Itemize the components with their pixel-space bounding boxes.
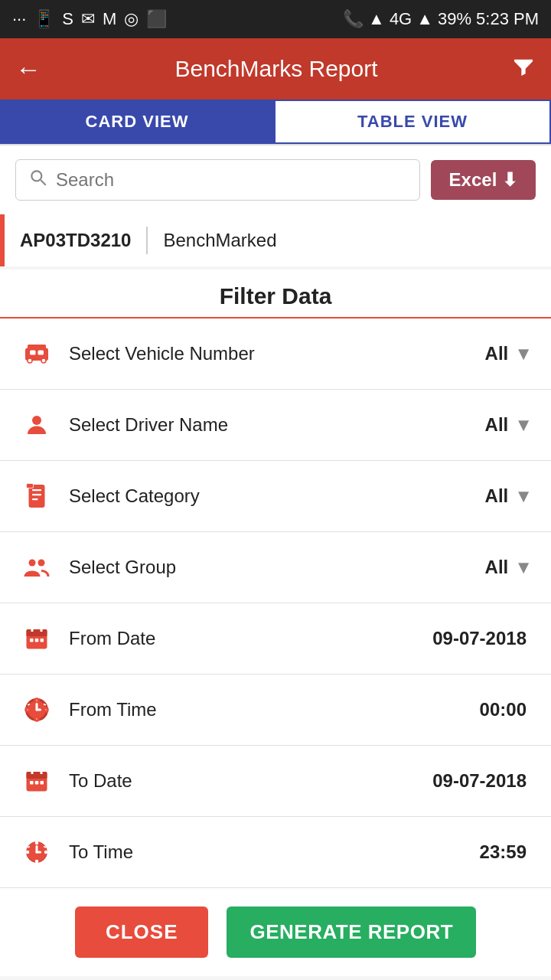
message-icon: ✉ [81,9,95,29]
fromtime-icon [18,691,55,728]
svg-point-28 [44,708,48,712]
vehicle-label: Select Vehicle Number [69,343,485,364]
svg-point-5 [41,358,46,363]
svg-rect-37 [30,781,34,785]
generate-report-button[interactable]: GENERATE REPORT [227,906,476,958]
status-left: ··· 📱 S ✉ M ◎ ⬛ [12,9,167,29]
time-label: 5:23 PM [476,9,539,29]
vehicle-number: AP03TD3210 [20,230,131,251]
signal-icon: ▲ [368,9,385,29]
group-dropdown-icon: ▼ [514,557,533,578]
svg-rect-11 [32,494,41,495]
todate-label: To Date [69,770,432,792]
filter-row-fromdate[interactable]: From Date 09-07-2018 [0,603,551,675]
group-icon [18,549,55,586]
filter-row-todate[interactable]: To Date 09-07-2018 [0,746,551,817]
search-input[interactable] [56,169,407,191]
vehicle-value: All [485,343,509,364]
svg-point-43 [35,860,39,864]
fromtime-label: From Time [69,699,480,720]
category-value: All [485,485,509,507]
chrome-icon: ◎ [124,9,139,29]
todate-icon [18,763,55,799]
vehicle-card: AP03TD3210 BenchMarked [0,214,551,266]
tab-table-view[interactable]: TABLE VIEW [274,100,551,144]
category-icon [18,478,55,514]
svg-rect-39 [41,781,44,785]
category-dropdown-icon: ▼ [514,485,533,507]
svg-rect-17 [27,629,47,636]
fromdate-label: From Date [69,628,432,649]
svg-point-0 [31,171,41,181]
svg-point-14 [29,560,36,567]
back-button[interactable]: ← [15,54,41,84]
phone-icon: 📞 [343,9,364,29]
signal2-icon: ▲ [416,9,433,29]
header-title: BenchMarks Report [41,56,511,82]
battery-label: 39% [438,9,471,29]
svg-rect-20 [30,639,34,642]
vehicle-status: BenchMarked [163,230,276,251]
category-label: Select Category [69,485,485,507]
dots-icon: ··· [12,9,26,29]
svg-rect-21 [35,639,39,642]
filter-panel: Filter Data Select Vehicle Number All ▼ … [0,270,551,888]
vehicle-dropdown-icon: ▼ [514,343,533,364]
svg-rect-38 [35,781,39,785]
filter-icon[interactable] [511,54,536,84]
todate-value: 09-07-2018 [432,770,527,792]
svg-line-1 [41,180,46,185]
app-header: ← BenchMarks Report [0,38,551,100]
svg-point-42 [35,841,39,845]
svg-point-8 [32,416,41,425]
svg-rect-3 [28,345,46,351]
driver-icon [18,407,55,443]
search-icon [28,168,48,192]
filter-row-group[interactable]: Select Group All ▼ [0,532,551,603]
gmail-icon: M [103,9,116,29]
svg-point-26 [35,717,39,721]
totime-label: To Time [69,841,480,863]
svg-rect-13 [27,484,34,488]
svg-point-15 [38,560,45,567]
svg-rect-22 [41,639,44,642]
fromdate-icon [18,620,55,657]
tab-bar: CARD VIEW TABLE VIEW [0,100,551,145]
card-divider [146,227,148,254]
search-area: Excel ⬇ [0,145,551,214]
filter-title: Filter Data [0,270,551,318]
svg-point-45 [44,851,48,854]
svg-rect-12 [32,498,38,500]
svg-rect-10 [32,489,41,491]
search-box [15,159,420,201]
filter-row-driver[interactable]: Select Driver Name All ▼ [0,390,551,461]
svg-point-27 [26,708,30,712]
photo-icon: ⬛ [146,9,167,29]
group-value: All [485,557,509,578]
svg-point-25 [35,699,39,703]
status-bar: ··· 📱 S ✉ M ◎ ⬛ 📞 ▲ 4G ▲ 39% 5:23 PM [0,0,551,38]
filter-row-vehicle[interactable]: Select Vehicle Number All ▼ [0,318,551,390]
svg-rect-34 [27,772,47,779]
totime-value: 23:59 [480,841,527,863]
tab-card-view[interactable]: CARD VIEW [0,100,274,144]
status-right: 📞 ▲ 4G ▲ 39% 5:23 PM [343,9,539,29]
bottom-buttons: CLOSE GENERATE REPORT [0,888,551,976]
network-label: 4G [390,9,412,29]
vehicle-icon [18,335,55,372]
driver-dropdown-icon: ▼ [514,414,533,436]
filter-row-fromtime[interactable]: From Time 00:00 [0,675,551,746]
fromdate-value: 09-07-2018 [432,628,527,649]
skype-icon: S [62,9,73,29]
group-label: Select Group [69,557,485,578]
filter-row-category[interactable]: Select Category All ▼ [0,461,551,532]
svg-rect-7 [38,351,44,355]
excel-button[interactable]: Excel ⬇ [431,160,536,200]
svg-point-4 [28,358,32,363]
close-button[interactable]: CLOSE [75,906,209,958]
fromtime-value: 00:00 [480,699,527,720]
driver-label: Select Driver Name [69,414,485,436]
whatsapp-icon: 📱 [34,9,54,29]
totime-icon [18,834,55,871]
filter-row-totime[interactable]: To Time 23:59 [0,817,551,888]
